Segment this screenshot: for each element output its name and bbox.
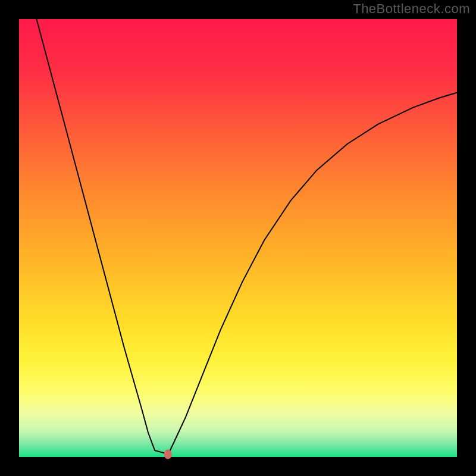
plot-background bbox=[19, 19, 457, 457]
optimum-marker bbox=[164, 449, 172, 459]
chart-container: TheBottleneck.com bbox=[0, 0, 476, 476]
bottleneck-chart bbox=[0, 0, 476, 476]
watermark-text: TheBottleneck.com bbox=[353, 1, 470, 17]
